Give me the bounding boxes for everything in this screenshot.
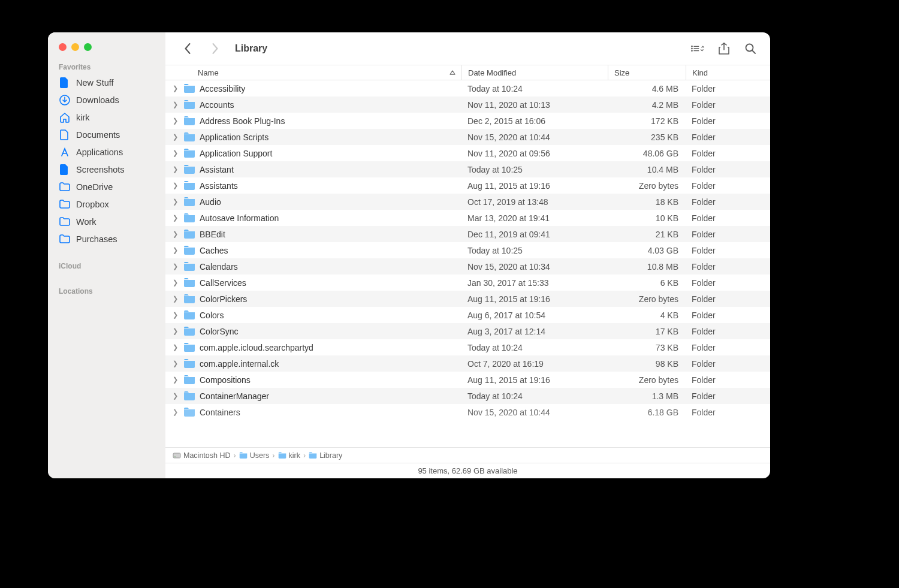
disclosure-triangle-icon[interactable]: ❯ bbox=[173, 343, 180, 351]
file-name: Audio bbox=[200, 197, 221, 207]
disclosure-triangle-icon[interactable]: ❯ bbox=[173, 198, 180, 206]
file-row[interactable]: ❯Autosave InformationMar 13, 2020 at 19:… bbox=[165, 210, 770, 226]
file-row[interactable]: ❯AssistantToday at 10:2510.4 MBFolder bbox=[165, 161, 770, 177]
sidebar-item[interactable]: Work bbox=[48, 213, 165, 230]
file-row[interactable]: ❯Application SupportNov 11, 2020 at 09:5… bbox=[165, 145, 770, 161]
sidebar-heading[interactable]: Favorites bbox=[48, 59, 165, 74]
file-row[interactable]: ❯AudioOct 17, 2019 at 13:4818 KBFolder bbox=[165, 194, 770, 210]
disclosure-triangle-icon[interactable]: ❯ bbox=[173, 376, 180, 384]
file-row[interactable]: ❯com.apple.icloud.searchpartydToday at 1… bbox=[165, 339, 770, 355]
sidebar-item[interactable]: OneDrive bbox=[48, 178, 165, 195]
file-date: Dec 2, 2015 at 16:06 bbox=[461, 116, 608, 126]
forward-button[interactable] bbox=[209, 42, 222, 55]
column-name[interactable]: Name bbox=[165, 68, 461, 77]
file-date: Today at 10:24 bbox=[461, 343, 608, 352]
column-size[interactable]: Size bbox=[608, 65, 686, 80]
folder-icon bbox=[180, 359, 200, 369]
file-row[interactable]: ❯ColorPickersAug 11, 2015 at 19:16Zero b… bbox=[165, 291, 770, 307]
file-row[interactable]: ❯ColorSyncAug 3, 2017 at 12:1417 KBFolde… bbox=[165, 323, 770, 339]
file-date: Jan 30, 2017 at 15:33 bbox=[461, 278, 608, 288]
sidebar-item[interactable]: Downloads bbox=[48, 91, 165, 108]
share-button[interactable] bbox=[717, 42, 731, 55]
file-row[interactable]: ❯AccessibilityToday at 10:244.6 MBFolder bbox=[165, 80, 770, 97]
file-name: Compositions bbox=[200, 375, 251, 385]
folder-icon bbox=[180, 343, 200, 352]
sidebar-item[interactable]: New Stuff bbox=[48, 74, 165, 91]
sidebar-item[interactable]: kirk bbox=[48, 108, 165, 126]
file-size: 18 KB bbox=[608, 197, 686, 207]
download-circle-icon bbox=[59, 94, 70, 105]
disclosure-triangle-icon[interactable]: ❯ bbox=[173, 408, 180, 416]
folder-icon bbox=[278, 452, 286, 459]
file-row[interactable]: ❯ColorsAug 6, 2017 at 10:544 KBFolder bbox=[165, 307, 770, 323]
zoom-window-button[interactable] bbox=[84, 43, 92, 51]
column-headers: Name Date Modified Size Kind bbox=[165, 65, 770, 80]
path-segment[interactable]: Users bbox=[239, 451, 270, 460]
file-row[interactable]: ❯Application ScriptsNov 15, 2020 at 10:4… bbox=[165, 129, 770, 145]
disclosure-triangle-icon[interactable]: ❯ bbox=[173, 263, 180, 270]
file-date: Today at 10:25 bbox=[461, 246, 608, 255]
column-date[interactable]: Date Modified bbox=[461, 65, 608, 80]
folder-icon bbox=[59, 216, 70, 227]
disclosure-triangle-icon[interactable]: ❯ bbox=[173, 165, 180, 173]
file-row[interactable]: ❯CompositionsAug 11, 2015 at 19:16Zero b… bbox=[165, 372, 770, 388]
sidebar-item-label: New Stuff bbox=[76, 78, 114, 88]
disclosure-triangle-icon[interactable]: ❯ bbox=[173, 182, 180, 189]
disclosure-triangle-icon[interactable]: ❯ bbox=[173, 327, 180, 335]
file-name: Autosave Information bbox=[200, 213, 279, 223]
sidebar-item-label: Screenshots bbox=[76, 165, 125, 174]
file-row[interactable]: ❯com.apple.internal.ckOct 7, 2020 at 16:… bbox=[165, 355, 770, 372]
sidebar-item-label: Purchases bbox=[76, 234, 117, 244]
minimize-window-button[interactable] bbox=[71, 43, 79, 51]
column-kind[interactable]: Kind bbox=[686, 65, 770, 80]
disclosure-triangle-icon[interactable]: ❯ bbox=[173, 117, 180, 125]
file-size: 4.03 GB bbox=[608, 246, 686, 255]
sidebar-heading[interactable]: Locations bbox=[48, 284, 165, 298]
folder-icon bbox=[180, 100, 200, 110]
path-segment[interactable]: Library bbox=[309, 451, 342, 460]
back-button[interactable] bbox=[181, 42, 194, 55]
file-row[interactable]: ❯CallServicesJan 30, 2017 at 15:336 KBFo… bbox=[165, 275, 770, 291]
sidebar-item[interactable]: Documents bbox=[48, 126, 165, 143]
file-kind: Folder bbox=[686, 149, 770, 158]
file-date: Mar 13, 2020 at 19:41 bbox=[461, 213, 608, 223]
disclosure-triangle-icon[interactable]: ❯ bbox=[173, 133, 180, 141]
disclosure-triangle-icon[interactable]: ❯ bbox=[173, 392, 180, 400]
view-options-button[interactable] bbox=[691, 42, 704, 55]
file-row[interactable]: ❯AccountsNov 11, 2020 at 10:134.2 MBFold… bbox=[165, 97, 770, 113]
file-row[interactable]: ❯ContainerManagerToday at 10:241.3 MBFol… bbox=[165, 388, 770, 404]
file-row[interactable]: ❯CachesToday at 10:254.03 GBFolder bbox=[165, 242, 770, 258]
disclosure-triangle-icon[interactable]: ❯ bbox=[173, 230, 180, 238]
disclosure-triangle-icon[interactable]: ❯ bbox=[173, 360, 180, 367]
disclosure-triangle-icon[interactable]: ❯ bbox=[173, 149, 180, 157]
disclosure-triangle-icon[interactable]: ❯ bbox=[173, 214, 180, 222]
sidebar-item[interactable]: Dropbox bbox=[48, 195, 165, 213]
file-kind: Folder bbox=[686, 116, 770, 126]
search-button[interactable] bbox=[744, 42, 757, 55]
disclosure-triangle-icon[interactable]: ❯ bbox=[173, 295, 180, 303]
sidebar-heading[interactable]: iCloud bbox=[48, 258, 165, 273]
sidebar-item[interactable]: Screenshots bbox=[48, 161, 165, 178]
close-window-button[interactable] bbox=[59, 43, 67, 51]
disk-icon bbox=[173, 451, 181, 460]
disclosure-triangle-icon[interactable]: ❯ bbox=[173, 279, 180, 287]
disclosure-triangle-icon[interactable]: ❯ bbox=[173, 311, 180, 319]
file-row[interactable]: ❯Address Book Plug-InsDec 2, 2015 at 16:… bbox=[165, 113, 770, 129]
svg-point-5 bbox=[691, 50, 692, 52]
finder-window: FavoritesNew StuffDownloadskirkDocuments… bbox=[48, 32, 770, 478]
disclosure-triangle-icon[interactable]: ❯ bbox=[173, 101, 180, 108]
file-row[interactable]: ❯CalendarsNov 15, 2020 at 10:3410.8 MBFo… bbox=[165, 258, 770, 275]
disclosure-triangle-icon[interactable]: ❯ bbox=[173, 246, 180, 254]
sidebar-item[interactable]: Applications bbox=[48, 143, 165, 161]
file-row[interactable]: ❯AssistantsAug 11, 2015 at 19:16Zero byt… bbox=[165, 177, 770, 194]
file-row[interactable]: ❯ContainersNov 15, 2020 at 10:446.18 GBF… bbox=[165, 404, 770, 420]
path-segment[interactable]: Macintosh HD bbox=[173, 451, 231, 460]
file-row[interactable]: ❯BBEditDec 11, 2019 at 09:4121 KBFolder bbox=[165, 226, 770, 242]
path-segment[interactable]: kirk bbox=[278, 451, 300, 460]
file-kind: Folder bbox=[686, 343, 770, 352]
disclosure-triangle-icon[interactable]: ❯ bbox=[173, 85, 180, 92]
file-size: 73 KB bbox=[608, 343, 686, 352]
file-name: ColorPickers bbox=[200, 294, 247, 304]
sidebar-item[interactable]: Purchases bbox=[48, 230, 165, 248]
file-kind: Folder bbox=[686, 197, 770, 207]
